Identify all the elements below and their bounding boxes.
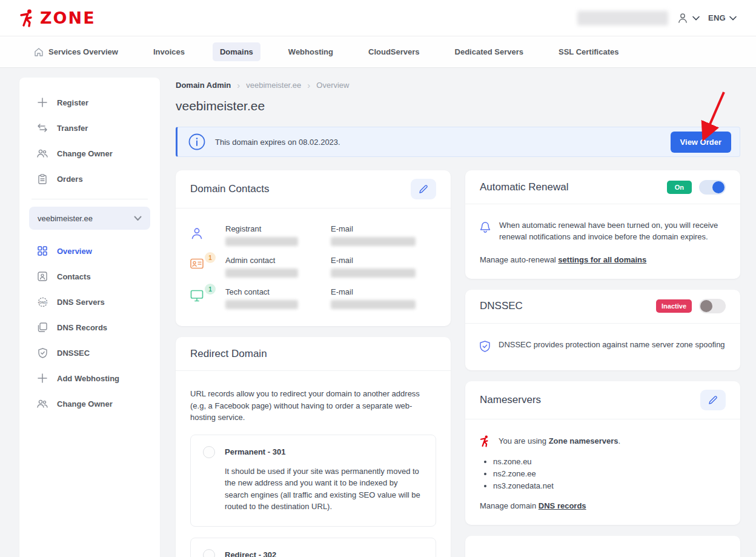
nameserver-list: ns.zone.eu ns2.zone.ee ns3.zonedata.net xyxy=(493,457,726,490)
chevron-right-icon: › xyxy=(237,80,240,90)
toggle-knob xyxy=(700,300,712,312)
status-badge-on: On xyxy=(667,181,692,194)
sidebar-item-label: Transfer xyxy=(57,124,88,133)
sidebar-item-label: DNS Records xyxy=(57,323,107,332)
sidebar-item-add-webhosting[interactable]: Add Webhosting xyxy=(19,365,160,391)
dnssec-description: DNSSEC provides protection against name … xyxy=(499,339,725,352)
user-menu[interactable] xyxy=(677,12,700,24)
sidebar-item-dns-records[interactable]: DNS Records xyxy=(19,315,160,340)
dnssec-card: DNSSEC Inactive xyxy=(465,290,740,370)
tab-webhosting[interactable]: Webhosting xyxy=(281,42,340,61)
redacted-contact-name xyxy=(225,268,298,278)
language-selector[interactable]: ENG xyxy=(708,13,737,22)
sidebar-item-label: Orders xyxy=(57,175,83,184)
card-title: Redirect Domain xyxy=(190,348,267,360)
card-title: Nameservers xyxy=(480,394,541,406)
people-icon xyxy=(36,147,48,159)
sidebar-item-change-owner-domain[interactable]: Change Owner xyxy=(19,391,160,416)
tab-label: Invoices xyxy=(153,47,185,56)
option-label: Permanent - 301 xyxy=(225,447,285,456)
sidebar-item-dnssec[interactable]: DNSSEC xyxy=(19,340,160,365)
plus-icon xyxy=(36,372,48,384)
chevron-down-icon xyxy=(134,216,142,221)
redirect-intro-text: URL records allow you to redirect your d… xyxy=(190,388,436,424)
language-label: ENG xyxy=(708,13,726,22)
edit-contacts-button[interactable] xyxy=(411,179,436,199)
user-icon xyxy=(677,12,689,24)
sidebar-item-transfer[interactable]: Transfer xyxy=(19,115,160,141)
sidebar-item-register[interactable]: Register xyxy=(19,90,160,115)
domain-select[interactable]: veebimeister.ee xyxy=(29,207,150,230)
tab-label: SSL Certificates xyxy=(559,47,618,56)
main-nav: Services Overview Invoices Domains Webho… xyxy=(0,36,756,68)
radio-redirect-302[interactable] xyxy=(203,549,215,557)
domain-sidebar: Register Transfer Change Owner Orders ve… xyxy=(19,78,160,557)
sidebar-item-dns-servers[interactable]: DNS DNS Servers xyxy=(19,289,160,315)
dns-records-link[interactable]: DNS records xyxy=(539,501,586,510)
domain-contacts-card: Domain Contacts xyxy=(176,170,451,326)
redacted-email xyxy=(331,300,416,309)
manage-dns-prefix: Manage domain xyxy=(480,501,539,510)
expiry-message: This domain expires on 08.02.2023. xyxy=(215,138,661,147)
domain-select-value: veebimeister.ee xyxy=(38,214,93,223)
card-title: Domain Contacts xyxy=(190,183,269,195)
manage-renewal-prefix: Manage auto-renewal xyxy=(480,255,558,264)
sidebar-item-overview[interactable]: Overview xyxy=(19,238,160,264)
clipboard-icon xyxy=(36,173,48,185)
breadcrumb-domain-admin[interactable]: Domain Admin xyxy=(176,81,231,90)
zone-runner-icon xyxy=(19,9,35,27)
auto-renewal-toggle[interactable] xyxy=(699,180,726,195)
tab-domains[interactable]: Domains xyxy=(213,42,260,61)
monitor-icon xyxy=(190,290,204,302)
zone-runner-icon xyxy=(480,435,490,447)
radio-permanent-301[interactable] xyxy=(203,446,215,458)
tab-label: Services Overview xyxy=(48,47,118,56)
redirect-option-302: Redirect - 302 xyxy=(190,538,436,557)
breadcrumb-domain[interactable]: veebimeister.ee xyxy=(246,81,301,90)
bell-icon xyxy=(480,220,491,243)
option-label: Redirect - 302 xyxy=(225,550,276,557)
ns-status-prefix: You are using xyxy=(499,436,549,445)
tab-services-overview[interactable]: Services Overview xyxy=(27,42,125,62)
dnssec-toggle[interactable] xyxy=(699,299,726,313)
zone-logo[interactable]: zone xyxy=(19,9,96,27)
sidebar-item-orders[interactable]: Orders xyxy=(19,166,160,192)
renewal-description: When automatic renewal have been turned … xyxy=(499,220,726,243)
sidebar-item-change-owner[interactable]: Change Owner xyxy=(19,141,160,166)
sidebar-item-label: DNS Servers xyxy=(57,298,105,307)
pencil-icon xyxy=(419,184,428,194)
chevron-right-icon: › xyxy=(307,80,310,90)
transfer-arrows-icon xyxy=(36,122,48,134)
edit-nameservers-button[interactable] xyxy=(700,390,726,410)
home-icon xyxy=(34,47,44,57)
dns-globe-icon: DNS xyxy=(36,296,48,308)
tab-dedicated-servers[interactable]: Dedicated Servers xyxy=(448,42,531,61)
tab-label: Webhosting xyxy=(288,47,333,56)
tab-invoices[interactable]: Invoices xyxy=(146,42,192,61)
contact-role-label: Tech contact xyxy=(225,287,331,296)
redirect-option-301: Permanent - 301 It should be used if you… xyxy=(190,435,436,527)
card-title: Automatic Renewal xyxy=(480,181,568,193)
ns-status-bold: Zone nameservers xyxy=(549,436,618,445)
page-title: veebimeister.ee xyxy=(176,99,740,113)
redacted-contact-name xyxy=(225,237,298,246)
tab-cloudservers[interactable]: CloudServers xyxy=(361,42,427,61)
sidebar-item-contacts[interactable]: Contacts xyxy=(19,264,160,289)
top-header: zone ENG xyxy=(0,0,756,36)
layers-icon xyxy=(36,321,48,333)
settings-for-all-domains-link[interactable]: settings for all domains xyxy=(558,255,646,264)
breadcrumb-overview: Overview xyxy=(316,81,349,90)
tab-label: Domains xyxy=(220,47,253,56)
nameserver-item: ns3.zonedata.net xyxy=(493,481,726,490)
sidebar-item-label: DNSSEC xyxy=(57,349,90,358)
people-icon xyxy=(36,398,48,410)
sidebar-item-label: Contacts xyxy=(57,272,91,281)
plus-icon xyxy=(36,96,48,108)
chevron-down-icon xyxy=(692,16,700,21)
chevron-down-icon xyxy=(729,16,737,21)
view-order-button[interactable]: View Order xyxy=(671,132,731,153)
tab-ssl-certificates[interactable]: SSL Certificates xyxy=(551,42,626,61)
contact-count-badge: 1 xyxy=(205,284,216,295)
shield-check-icon xyxy=(36,347,48,359)
nameservers-card: Nameservers xyxy=(465,381,740,525)
